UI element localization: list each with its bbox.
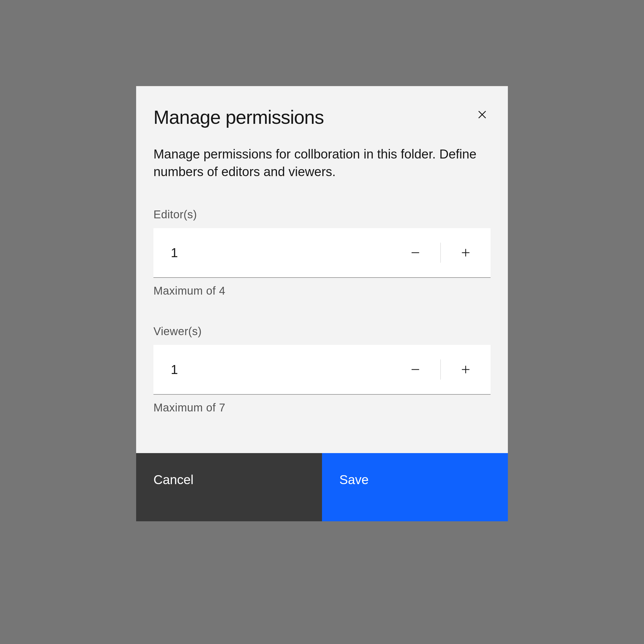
modal-footer: Cancel Save <box>136 453 508 521</box>
editors-decrement-button[interactable] <box>390 228 440 277</box>
save-button[interactable]: Save <box>322 453 508 521</box>
modal-title: Manage permissions <box>153 106 324 128</box>
editors-increment-button[interactable] <box>441 228 491 277</box>
close-icon <box>477 109 488 120</box>
viewers-input[interactable] <box>153 345 390 394</box>
editors-stepper <box>153 228 491 278</box>
editors-field-group: Editor(s) <box>153 208 491 297</box>
viewers-helper-text: Maximum of 7 <box>153 401 491 414</box>
editors-label: Editor(s) <box>153 208 491 221</box>
editors-helper-text: Maximum of 4 <box>153 285 491 297</box>
viewers-decrement-button[interactable] <box>390 345 440 394</box>
viewers-increment-button[interactable] <box>441 345 491 394</box>
editors-input[interactable] <box>153 228 390 277</box>
manage-permissions-modal: Manage permissions Manage permissions fo… <box>136 86 508 521</box>
viewers-field-group: Viewer(s) <box>153 325 491 414</box>
editors-stepper-buttons <box>390 228 491 277</box>
close-button[interactable] <box>474 106 491 123</box>
viewers-stepper-buttons <box>390 345 491 394</box>
form-section: Editor(s) <box>136 180 508 414</box>
plus-icon <box>461 364 471 375</box>
cancel-button[interactable]: Cancel <box>136 453 322 521</box>
modal-description: Manage permissions for collboration in t… <box>136 128 508 180</box>
minus-icon <box>410 364 420 375</box>
minus-icon <box>410 248 420 258</box>
viewers-stepper <box>153 345 491 395</box>
viewers-label: Viewer(s) <box>153 325 491 338</box>
plus-icon <box>461 248 471 258</box>
modal-header: Manage permissions <box>136 86 508 128</box>
